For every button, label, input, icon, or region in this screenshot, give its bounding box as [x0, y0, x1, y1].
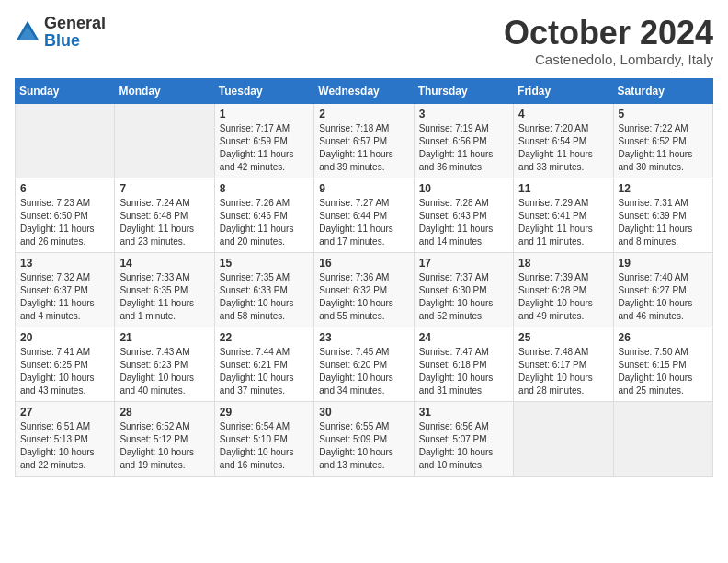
calendar-cell: 17Sunrise: 7:37 AMSunset: 6:30 PMDayligh… [414, 252, 513, 327]
day-detail: Sunrise: 7:39 AMSunset: 6:28 PMDaylight:… [518, 271, 608, 323]
calendar-cell: 5Sunrise: 7:22 AMSunset: 6:52 PMDaylight… [613, 103, 712, 178]
logo-icon [15, 19, 40, 45]
logo-text-blue: Blue [44, 31, 80, 50]
calendar-cell [115, 103, 214, 178]
day-detail: Sunrise: 7:19 AMSunset: 6:56 PMDaylight:… [419, 122, 508, 174]
calendar-cell: 27Sunrise: 6:51 AMSunset: 5:13 PMDayligh… [16, 401, 115, 476]
calendar-cell: 26Sunrise: 7:50 AMSunset: 6:15 PMDayligh… [613, 327, 712, 401]
day-detail: Sunrise: 7:44 AMSunset: 6:21 PMDaylight:… [220, 346, 309, 397]
day-detail: Sunrise: 7:43 AMSunset: 6:23 PMDaylight:… [119, 346, 209, 397]
day-detail: Sunrise: 7:17 AMSunset: 6:59 PMDaylight:… [220, 122, 309, 174]
logo: General Blue [15, 15, 106, 50]
calendar-cell: 10Sunrise: 7:28 AMSunset: 6:43 PMDayligh… [414, 178, 513, 252]
calendar-cell: 22Sunrise: 7:44 AMSunset: 6:21 PMDayligh… [214, 327, 313, 401]
calendar-cell: 20Sunrise: 7:41 AMSunset: 6:25 PMDayligh… [16, 327, 115, 401]
day-detail: Sunrise: 7:35 AMSunset: 6:33 PMDaylight:… [220, 271, 309, 323]
day-number: 7 [119, 182, 209, 195]
day-number: 24 [419, 331, 508, 344]
calendar-cell: 3Sunrise: 7:19 AMSunset: 6:56 PMDaylight… [414, 103, 513, 178]
day-number: 27 [20, 406, 109, 419]
day-number: 28 [119, 406, 209, 419]
day-number: 29 [220, 406, 309, 419]
day-detail: Sunrise: 7:24 AMSunset: 6:48 PMDaylight:… [119, 197, 209, 248]
day-detail: Sunrise: 7:27 AMSunset: 6:44 PMDaylight:… [319, 197, 408, 248]
weekday-header-thursday: Thursday [414, 78, 513, 103]
day-number: 15 [220, 257, 309, 270]
calendar-cell: 31Sunrise: 6:56 AMSunset: 5:07 PMDayligh… [414, 401, 513, 476]
day-number: 6 [20, 182, 109, 195]
day-detail: Sunrise: 6:55 AMSunset: 5:09 PMDaylight:… [319, 420, 408, 472]
day-detail: Sunrise: 6:52 AMSunset: 5:12 PMDaylight:… [119, 420, 209, 472]
location-title: Castenedolo, Lombardy, Italy [504, 52, 713, 67]
title-area: October 2024 Castenedolo, Lombardy, Ital… [504, 15, 713, 67]
calendar-cell: 24Sunrise: 7:47 AMSunset: 6:18 PMDayligh… [414, 327, 513, 401]
day-detail: Sunrise: 7:26 AMSunset: 6:46 PMDaylight:… [220, 197, 309, 248]
day-number: 17 [419, 257, 508, 270]
calendar-table: SundayMondayTuesdayWednesdayThursdayFrid… [15, 78, 713, 477]
day-detail: Sunrise: 7:40 AMSunset: 6:27 PMDaylight:… [619, 271, 708, 323]
day-detail: Sunrise: 7:47 AMSunset: 6:18 PMDaylight:… [419, 346, 508, 397]
day-detail: Sunrise: 7:32 AMSunset: 6:37 PMDaylight:… [20, 271, 109, 323]
day-detail: Sunrise: 7:28 AMSunset: 6:43 PMDaylight:… [419, 197, 508, 248]
calendar-week-1: 1Sunrise: 7:17 AMSunset: 6:59 PMDaylight… [16, 103, 713, 178]
calendar-cell: 18Sunrise: 7:39 AMSunset: 6:28 PMDayligh… [514, 252, 613, 327]
day-number: 3 [419, 108, 508, 121]
day-detail: Sunrise: 7:37 AMSunset: 6:30 PMDaylight:… [419, 271, 508, 323]
weekday-header-saturday: Saturday [613, 78, 712, 103]
day-number: 10 [419, 182, 508, 195]
day-detail: Sunrise: 7:29 AMSunset: 6:41 PMDaylight:… [518, 197, 608, 248]
calendar-cell: 2Sunrise: 7:18 AMSunset: 6:57 PMDaylight… [314, 103, 414, 178]
calendar-cell: 4Sunrise: 7:20 AMSunset: 6:54 PMDaylight… [514, 103, 613, 178]
calendar-week-5: 27Sunrise: 6:51 AMSunset: 5:13 PMDayligh… [16, 401, 713, 476]
day-number: 14 [119, 257, 209, 270]
calendar-cell: 30Sunrise: 6:55 AMSunset: 5:09 PMDayligh… [314, 401, 414, 476]
day-number: 16 [319, 257, 408, 270]
day-number: 12 [619, 182, 708, 195]
month-title: October 2024 [504, 15, 713, 52]
day-detail: Sunrise: 7:20 AMSunset: 6:54 PMDaylight:… [518, 122, 608, 174]
day-detail: Sunrise: 6:56 AMSunset: 5:07 PMDaylight:… [419, 420, 508, 472]
day-number: 18 [518, 257, 608, 270]
calendar-cell: 1Sunrise: 7:17 AMSunset: 6:59 PMDaylight… [214, 103, 313, 178]
calendar-cell: 14Sunrise: 7:33 AMSunset: 6:35 PMDayligh… [115, 252, 214, 327]
calendar-cell: 16Sunrise: 7:36 AMSunset: 6:32 PMDayligh… [314, 252, 414, 327]
day-detail: Sunrise: 7:48 AMSunset: 6:17 PMDaylight:… [518, 346, 608, 397]
day-detail: Sunrise: 7:31 AMSunset: 6:39 PMDaylight:… [619, 197, 708, 248]
header: General Blue October 2024 Castenedolo, L… [15, 15, 713, 67]
day-detail: Sunrise: 7:50 AMSunset: 6:15 PMDaylight:… [619, 346, 708, 397]
calendar-cell: 6Sunrise: 7:23 AMSunset: 6:50 PMDaylight… [16, 178, 115, 252]
calendar-cell: 12Sunrise: 7:31 AMSunset: 6:39 PMDayligh… [613, 178, 712, 252]
calendar-cell: 13Sunrise: 7:32 AMSunset: 6:37 PMDayligh… [16, 252, 115, 327]
day-number: 25 [518, 331, 608, 344]
day-detail: Sunrise: 7:36 AMSunset: 6:32 PMDaylight:… [319, 271, 408, 323]
calendar-cell: 8Sunrise: 7:26 AMSunset: 6:46 PMDaylight… [214, 178, 313, 252]
day-number: 22 [220, 331, 309, 344]
day-detail: Sunrise: 6:51 AMSunset: 5:13 PMDaylight:… [20, 420, 109, 472]
day-detail: Sunrise: 6:54 AMSunset: 5:10 PMDaylight:… [220, 420, 309, 472]
day-number: 19 [619, 257, 708, 270]
day-number: 13 [20, 257, 109, 270]
day-number: 21 [119, 331, 209, 344]
calendar-week-2: 6Sunrise: 7:23 AMSunset: 6:50 PMDaylight… [16, 178, 713, 252]
calendar-cell [514, 401, 613, 476]
day-number: 4 [518, 108, 608, 121]
day-number: 26 [619, 331, 708, 344]
calendar-cell: 7Sunrise: 7:24 AMSunset: 6:48 PMDaylight… [115, 178, 214, 252]
calendar-cell: 23Sunrise: 7:45 AMSunset: 6:20 PMDayligh… [314, 327, 414, 401]
calendar-cell: 29Sunrise: 6:54 AMSunset: 5:10 PMDayligh… [214, 401, 313, 476]
day-number: 31 [419, 406, 508, 419]
calendar-week-4: 20Sunrise: 7:41 AMSunset: 6:25 PMDayligh… [16, 327, 713, 401]
weekday-header-tuesday: Tuesday [214, 78, 313, 103]
day-number: 11 [518, 182, 608, 195]
calendar-week-3: 13Sunrise: 7:32 AMSunset: 6:37 PMDayligh… [16, 252, 713, 327]
calendar-cell: 19Sunrise: 7:40 AMSunset: 6:27 PMDayligh… [613, 252, 712, 327]
day-number: 5 [619, 108, 708, 121]
day-number: 20 [20, 331, 109, 344]
day-number: 2 [319, 108, 408, 121]
day-number: 1 [220, 108, 309, 121]
day-number: 23 [319, 331, 408, 344]
day-detail: Sunrise: 7:33 AMSunset: 6:35 PMDaylight:… [119, 271, 209, 323]
logo-text-general: General [44, 14, 106, 32]
day-number: 30 [319, 406, 408, 419]
weekday-header-sunday: Sunday [16, 78, 115, 103]
